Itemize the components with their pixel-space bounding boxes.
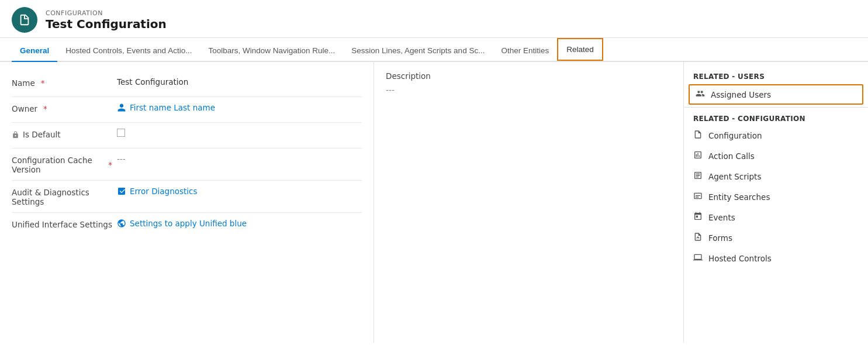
tab-general[interactable]: General	[12, 40, 57, 61]
related-item-entity-searches[interactable]: Entity Searches	[684, 187, 868, 207]
entity-searches-label: Entity Searches	[708, 192, 770, 202]
related-item-forms[interactable]: Forms	[684, 227, 868, 248]
value-owner[interactable]: First name Last name	[117, 103, 362, 112]
hosted-controls-label: Hosted Controls	[708, 254, 772, 263]
related-item-assigned-users[interactable]: Assigned Users	[689, 84, 863, 105]
related-item-hosted-controls[interactable]: Hosted Controls	[684, 248, 868, 268]
configuration-label: Configuration	[708, 131, 762, 140]
action-calls-label: Action Calls	[708, 151, 755, 161]
header-text-block: CONFIGURATION Test Configuration	[46, 9, 167, 31]
agent-scripts-icon	[693, 171, 703, 182]
related-item-agent-scripts[interactable]: Agent Scripts	[684, 166, 868, 187]
required-star-name: *	[41, 78, 45, 88]
config-label: CONFIGURATION	[46, 9, 167, 17]
app-icon	[12, 7, 37, 33]
related-config-section-title: Related - Configuration	[684, 110, 868, 125]
related-item-events[interactable]: Events	[684, 207, 868, 227]
form-panel: Name * Test Configuration Owner * First …	[0, 62, 374, 343]
tab-other-entities[interactable]: Other Entities	[493, 40, 557, 61]
tab-bar: General Hosted Controls, Events and Acti…	[0, 38, 868, 62]
value-unified[interactable]: Settings to apply Unified blue	[117, 219, 362, 228]
form-row-cache-version: Configuration Cache Version * ---	[12, 149, 362, 181]
value-is-default	[117, 129, 362, 139]
events-label: Events	[708, 213, 735, 222]
description-value: ---	[386, 85, 672, 95]
description-panel: Description ---	[374, 62, 684, 343]
action-calls-icon	[693, 150, 703, 161]
events-icon	[693, 212, 703, 223]
form-row-name: Name * Test Configuration	[12, 71, 362, 97]
related-item-configuration[interactable]: Configuration	[684, 125, 868, 146]
divider-1	[684, 107, 868, 108]
label-unified: Unified Interface Settings	[12, 219, 117, 229]
page-header: CONFIGURATION Test Configuration	[0, 0, 868, 38]
forms-icon	[693, 232, 703, 243]
assigned-users-label: Assigned Users	[711, 90, 771, 99]
tab-toolbars[interactable]: Toolbars, Window Navigation Rule...	[200, 40, 343, 61]
tab-related[interactable]: Related	[557, 38, 603, 61]
related-item-action-calls[interactable]: Action Calls	[684, 146, 868, 166]
form-row-audit: Audit & Diagnostics Settings Error Diagn…	[12, 181, 362, 213]
value-audit[interactable]: Error Diagnostics	[117, 187, 362, 196]
person-icon	[117, 103, 126, 112]
configuration-icon	[693, 130, 703, 141]
label-is-default: Is Default	[12, 129, 117, 139]
label-name: Name *	[12, 77, 117, 88]
entity-searches-icon	[693, 191, 703, 202]
main-content: Name * Test Configuration Owner * First …	[0, 62, 868, 343]
required-star-cache: *	[108, 160, 112, 170]
unified-icon	[117, 219, 126, 228]
tab-hosted-controls-events[interactable]: Hosted Controls, Events and Actio...	[57, 40, 200, 61]
assigned-users-icon	[696, 89, 705, 100]
label-owner: Owner *	[12, 103, 117, 113]
required-star-owner: *	[43, 104, 47, 113]
value-name: Test Configuration	[117, 77, 362, 87]
label-cache-version: Configuration Cache Version *	[12, 154, 117, 174]
checkbox-is-default[interactable]	[117, 129, 125, 137]
config-title: Test Configuration	[46, 17, 167, 31]
value-cache-version: ---	[117, 154, 362, 164]
form-row-owner: Owner * First name Last name	[12, 97, 362, 123]
agent-scripts-label: Agent Scripts	[708, 172, 761, 181]
form-row-is-default: Is Default	[12, 123, 362, 149]
related-users-section-title: Related - Users	[684, 68, 868, 83]
label-audit: Audit & Diagnostics Settings	[12, 187, 117, 206]
lock-icon	[12, 131, 19, 139]
description-label: Description	[386, 71, 672, 81]
forms-label: Forms	[708, 233, 732, 243]
diagnostics-icon	[117, 187, 126, 196]
related-panel: Related - Users Assigned Users Related -…	[684, 62, 868, 343]
tab-session-lines[interactable]: Session Lines, Agent Scripts and Sc...	[343, 40, 493, 61]
hosted-controls-icon	[693, 253, 703, 264]
form-row-unified: Unified Interface Settings Settings to a…	[12, 213, 362, 239]
